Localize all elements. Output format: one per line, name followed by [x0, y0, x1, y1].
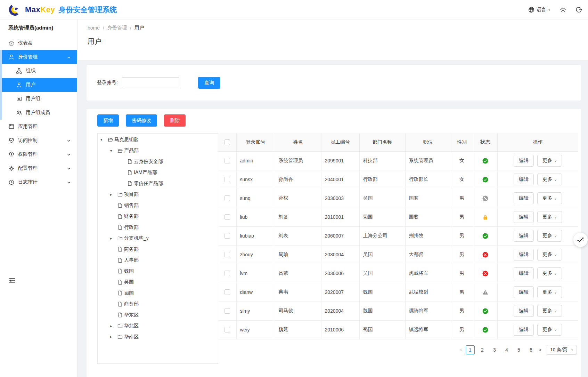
edit-button[interactable]: 编辑 — [514, 324, 534, 336]
sidebar-item-用户[interactable]: 用户 — [0, 78, 77, 92]
row-checkbox[interactable] — [224, 195, 230, 201]
sidebar-item-日志审计[interactable]: 日志审计 — [0, 175, 77, 189]
chevron-down-icon: ∨ — [548, 8, 550, 11]
tree-node-IAM产品部[interactable]: IAM产品部 — [98, 167, 218, 178]
more-button[interactable]: 更多∨ — [537, 324, 562, 336]
edit-button[interactable]: 编辑 — [514, 249, 534, 260]
row-checkbox[interactable] — [224, 271, 230, 276]
tree-node-人事部[interactable]: 人事部 — [98, 255, 218, 266]
row-checkbox[interactable] — [224, 289, 230, 295]
page-1[interactable]: 1 — [466, 345, 475, 354]
tree-node-零信任产品部[interactable]: 零信任产品部 — [98, 178, 218, 189]
edit-button[interactable]: 编辑 — [514, 192, 534, 204]
breadcrumb-item[interactable]: home — [88, 25, 100, 31]
more-button[interactable]: 更多∨ — [537, 286, 562, 298]
row-checkbox[interactable] — [224, 252, 230, 257]
page-6[interactable]: 6 — [526, 345, 536, 354]
tree-node-华南区[interactable]: ▸华南区 — [98, 331, 218, 343]
tree-node-华东区[interactable]: 华东区 — [98, 310, 218, 321]
chevron-down-icon: ∨ — [554, 309, 557, 313]
cell-account: liub — [236, 208, 275, 226]
sidebar-item-仪表盘[interactable]: 仪表盘 — [0, 36, 77, 50]
tree-node-财务部[interactable]: 财务部 — [98, 211, 218, 222]
page-3[interactable]: 3 — [490, 345, 499, 354]
caret-right-icon[interactable]: ▸ — [110, 236, 117, 241]
sidebar-item-应用管理[interactable]: 应用管理 — [0, 120, 77, 134]
sidebar-item-身份管理[interactable]: 身份管理 — [0, 50, 77, 64]
select-all-checkbox[interactable] — [224, 139, 230, 145]
row-checkbox[interactable] — [224, 233, 230, 239]
sidebar-item-label: 日志审计 — [18, 179, 38, 185]
more-button[interactable]: 更多∨ — [537, 174, 562, 185]
prev-page-arrow[interactable]: < — [460, 347, 463, 353]
table-row-weiy: weiy魏延2010006蜀国镇远将军男编辑更多∨ — [218, 320, 578, 339]
caret-down-icon[interactable]: ▾ — [100, 137, 107, 142]
edit-button[interactable]: 编辑 — [514, 155, 534, 167]
tree-node-华北区[interactable]: ▸华北区 — [98, 321, 218, 332]
tree-node-产品部[interactable]: ▾产品部 — [98, 145, 218, 157]
tree-node-项目部[interactable]: ▸项目部 — [98, 189, 218, 200]
sidebar-item-访问控制[interactable]: 访问控制 — [0, 134, 77, 147]
sidebar-item-用户组[interactable]: 用户组 — [0, 92, 77, 106]
edit-button[interactable]: 编辑 — [514, 174, 534, 185]
edit-button[interactable]: 编辑 — [514, 267, 534, 279]
more-button[interactable]: 更多∨ — [537, 305, 562, 317]
delete-button[interactable]: 删除 — [164, 114, 186, 127]
next-page-arrow[interactable]: > — [539, 347, 541, 353]
caret-down-icon[interactable]: ▾ — [110, 149, 117, 153]
more-button[interactable]: 更多∨ — [537, 155, 562, 167]
page-5[interactable]: 5 — [514, 345, 523, 354]
more-button[interactable]: 更多∨ — [537, 211, 562, 223]
logout-icon[interactable] — [575, 6, 582, 13]
breadcrumb-item[interactable]: 身份管理 — [107, 25, 127, 31]
sidebar-item-组织[interactable]: 组织 — [0, 64, 77, 78]
page-size-select[interactable]: 10 条/页∨ — [547, 345, 577, 355]
more-button[interactable]: 更多∨ — [537, 267, 562, 279]
row-checkbox[interactable] — [224, 308, 230, 314]
row-checkbox[interactable] — [224, 327, 230, 332]
row-checkbox[interactable] — [224, 177, 230, 182]
settings-gear-icon[interactable] — [560, 6, 566, 13]
tree-node-行政部[interactable]: 行政部 — [98, 222, 218, 233]
breadcrumb: home/身份管理/用户 — [88, 24, 144, 31]
query-button[interactable]: 查询 — [198, 77, 220, 89]
tree-node-蜀国[interactable]: 蜀国 — [98, 288, 218, 299]
tree-node-商务部[interactable]: 商务部 — [98, 299, 218, 310]
page-2[interactable]: 2 — [478, 345, 487, 354]
change-password-button[interactable]: 密码修改 — [126, 114, 157, 127]
tree-node-马克思钥匙[interactable]: ▾马克思钥匙 — [98, 134, 218, 145]
menu-fold-icon[interactable] — [8, 277, 16, 284]
sidebar: 系统管理员(admin) 仪表盘身份管理组织用户用户组用户组成员应用管理访问控制… — [0, 19, 77, 377]
tree-node-魏国[interactable]: 魏国 — [98, 266, 218, 277]
edit-button[interactable]: 编辑 — [514, 286, 534, 298]
tree-node-销售部[interactable]: 销售部 — [98, 200, 218, 211]
edit-button[interactable]: 编辑 — [514, 230, 534, 242]
caret-right-icon[interactable]: ▸ — [110, 324, 117, 328]
page-4[interactable]: 4 — [502, 345, 511, 354]
cell-gender: 男 — [451, 208, 473, 226]
sidebar-item-配置管理[interactable]: 配置管理 — [0, 161, 77, 175]
globe-icon — [528, 6, 535, 13]
more-button[interactable]: 更多∨ — [537, 249, 562, 260]
more-button[interactable]: 更多∨ — [537, 192, 562, 204]
login-account-input[interactable] — [122, 77, 179, 88]
caret-right-icon[interactable]: ▸ — [110, 335, 117, 339]
more-button[interactable]: 更多∨ — [537, 230, 562, 242]
row-checkbox[interactable] — [224, 158, 230, 163]
language-switcher[interactable]: 语言 ∨ — [528, 6, 550, 13]
tree-node-吴国[interactable]: 吴国 — [98, 277, 218, 288]
app-logo[interactable]: MaxKey 身份安全管理系统 — [0, 3, 117, 16]
add-button[interactable]: 新增 — [97, 114, 119, 127]
tree-node-分支机构_v[interactable]: ▸分支机构_v — [98, 233, 218, 244]
assistant-fab[interactable] — [573, 233, 588, 247]
row-checkbox[interactable] — [224, 214, 230, 220]
tree-node-云身份安全部[interactable]: 云身份安全部 — [98, 156, 218, 167]
edit-button[interactable]: 编辑 — [514, 305, 534, 317]
tree-node-label: 吴国 — [124, 279, 134, 285]
sidebar-item-用户组成员[interactable]: 用户组成员 — [0, 106, 77, 120]
sidebar-item-权限管理[interactable]: 权限管理 — [0, 147, 77, 161]
chevron-down-icon — [67, 166, 71, 170]
caret-right-icon[interactable]: ▸ — [110, 192, 117, 197]
tree-node-商务部[interactable]: 商务部 — [98, 244, 218, 255]
edit-button[interactable]: 编辑 — [514, 211, 534, 223]
